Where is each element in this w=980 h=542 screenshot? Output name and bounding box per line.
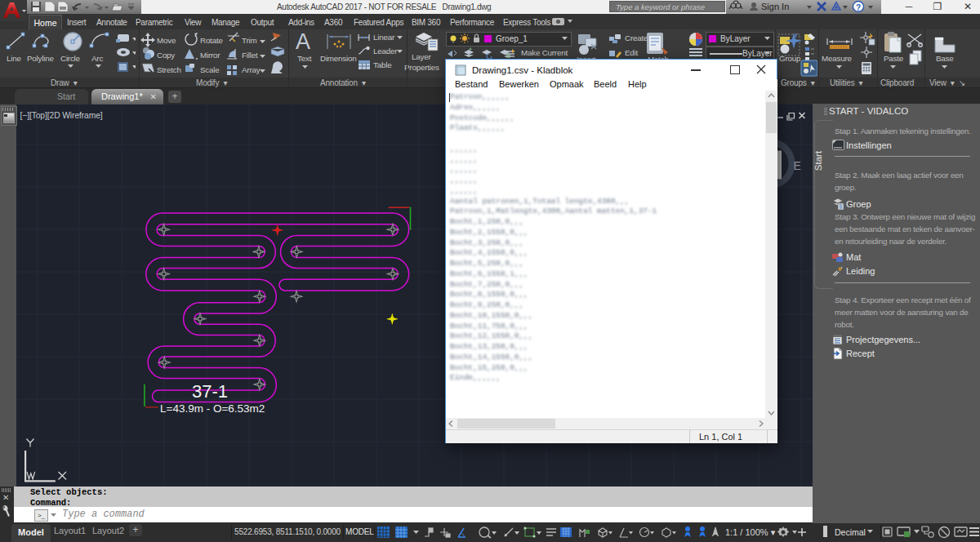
svg-text:[−][Top][2D Wireframe]: [−][Top][2D Wireframe] bbox=[20, 111, 103, 120]
svg-text:37-1: 37-1 bbox=[192, 381, 228, 402]
svg-text:?: ? bbox=[856, 3, 861, 12]
svg-text:E: E bbox=[794, 159, 801, 172]
svg-text:L=43.9m - O=6.53m2: L=43.9m - O=6.53m2 bbox=[160, 402, 265, 415]
svg-text:Sign In: Sign In bbox=[761, 2, 789, 11]
